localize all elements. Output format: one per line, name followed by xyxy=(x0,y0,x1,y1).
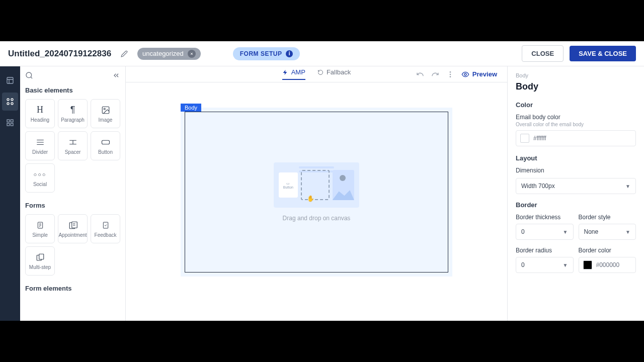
color-value: #ffffff xyxy=(533,135,546,142)
svg-rect-6 xyxy=(11,120,13,122)
svg-point-1 xyxy=(7,99,9,101)
elements-panel: Basic elements H Heading ¶ Paragraph Ima… xyxy=(20,66,126,321)
svg-rect-7 xyxy=(7,123,10,126)
rail-elements-button[interactable] xyxy=(2,93,18,111)
svg-point-20 xyxy=(450,73,451,75)
svg-point-4 xyxy=(11,103,13,105)
canvas-body[interactable]: ▭Button Drag and drop on canvas xyxy=(185,112,448,273)
rail-blocks-button[interactable] xyxy=(2,114,18,132)
tag-label: uncategorized xyxy=(142,50,184,57)
border-style-label: Border style xyxy=(579,214,636,221)
pencil-icon xyxy=(121,50,128,57)
element-paragraph[interactable]: ¶ Paragraph xyxy=(58,99,88,128)
border-color-label: Border color xyxy=(579,247,636,254)
fallback-icon xyxy=(317,69,324,75)
svg-point-2 xyxy=(11,99,13,101)
element-image[interactable]: Image xyxy=(91,99,120,128)
element-divider[interactable]: Divider xyxy=(25,131,55,160)
properties-title: Body xyxy=(516,81,636,92)
svg-point-11 xyxy=(104,108,105,110)
chevron-down-icon: ▼ xyxy=(625,229,630,235)
element-social[interactable]: ○○○ Social xyxy=(25,163,55,193)
save-close-button[interactable]: SAVE & CLOSE xyxy=(570,46,636,61)
canvas-toolbar: AMP Fallback xyxy=(126,66,507,82)
search-icon xyxy=(25,71,33,79)
forms-heading: Forms xyxy=(25,202,120,209)
amp-icon xyxy=(282,69,288,75)
width-select[interactable]: Width 700px ▼ xyxy=(516,178,636,194)
button-icon xyxy=(101,137,110,147)
border-color-value: #000000 xyxy=(596,261,620,268)
border-radius-select[interactable]: 0 ▼ xyxy=(516,257,574,273)
info-icon: i xyxy=(286,50,293,57)
tag-remove-button[interactable] xyxy=(188,50,196,58)
edit-title-button[interactable] xyxy=(117,47,131,61)
form-appointment[interactable]: Appointment xyxy=(58,214,88,243)
border-radius-label: Border radius xyxy=(516,247,574,254)
tab-fallback[interactable]: Fallback xyxy=(317,68,351,80)
eye-icon xyxy=(461,70,469,78)
email-body-color-hint: Overall color of the email body xyxy=(516,122,636,127)
chevron-double-left-icon xyxy=(112,71,120,79)
canvas-scroll[interactable]: Body ▭Button Drag and drop on canvas xyxy=(126,82,507,321)
svg-point-3 xyxy=(7,103,9,105)
body-selection-tag[interactable]: Body xyxy=(181,104,201,112)
form-setup-label: FORM SETUP xyxy=(240,50,282,57)
breadcrumb[interactable]: Body xyxy=(516,72,636,78)
app-shell: Untitled_20240719122836 uncategorized FO… xyxy=(0,41,644,321)
close-button[interactable]: CLOSE xyxy=(522,45,564,62)
border-style-select[interactable]: None ▼ xyxy=(579,224,636,240)
document-title: Untitled_20240719122836 xyxy=(8,49,111,59)
more-vertical-icon xyxy=(446,70,454,78)
form-simple-icon xyxy=(36,220,44,230)
element-heading[interactable]: H Heading xyxy=(25,99,55,128)
dimension-label: Dimension xyxy=(516,167,636,174)
svg-rect-18 xyxy=(39,254,43,259)
border-thickness-label: Border thickness xyxy=(516,214,574,221)
form-feedback-icon xyxy=(102,220,110,230)
more-button[interactable] xyxy=(446,70,454,78)
form-feedback[interactable]: Feedback xyxy=(91,214,120,243)
layout-section-heading: Layout xyxy=(516,154,636,162)
redo-button[interactable] xyxy=(431,70,439,78)
element-spacer[interactable]: Spacer xyxy=(58,131,88,160)
preview-button[interactable]: Preview xyxy=(461,70,497,78)
drop-illustration: ▭Button xyxy=(274,162,359,208)
border-color-input[interactable]: #000000 xyxy=(579,257,636,273)
svg-point-19 xyxy=(450,71,451,73)
color-swatch[interactable] xyxy=(520,134,529,143)
form-elements-heading: Form elements xyxy=(25,285,120,292)
search-button[interactable] xyxy=(25,71,33,79)
element-button[interactable]: Button xyxy=(91,131,120,160)
collapse-panel-button[interactable] xyxy=(112,71,120,79)
layout-icon xyxy=(6,76,14,84)
rail-layout-button[interactable] xyxy=(2,71,18,89)
email-body-color-label: Email body color xyxy=(516,114,636,121)
divider-icon xyxy=(36,137,45,147)
chevron-down-icon: ▼ xyxy=(563,262,568,268)
tab-amp[interactable]: AMP xyxy=(282,68,305,80)
form-multistep[interactable]: Multi-step xyxy=(25,246,55,276)
undo-button[interactable] xyxy=(416,70,424,78)
color-section-heading: Color xyxy=(516,101,636,109)
basic-elements-grid: H Heading ¶ Paragraph Image Divider xyxy=(25,99,120,193)
border-color-swatch[interactable] xyxy=(583,260,592,269)
border-section-heading: Border xyxy=(516,201,636,209)
email-body-color-input[interactable]: #ffffff xyxy=(516,130,636,146)
spacer-icon xyxy=(68,137,77,147)
social-icon: ○○○ xyxy=(34,169,47,179)
width-value: Width 700px xyxy=(521,183,555,190)
category-tag[interactable]: uncategorized xyxy=(137,48,201,60)
border-radius-value: 0 xyxy=(521,261,525,268)
redo-icon xyxy=(431,70,439,78)
border-thickness-select[interactable]: 0 ▼ xyxy=(516,224,574,240)
header-bar: Untitled_20240719122836 uncategorized FO… xyxy=(0,41,644,66)
svg-point-21 xyxy=(450,76,451,77)
svg-point-9 xyxy=(26,72,32,78)
forms-grid: Simple Appointment Feedback Multi-step xyxy=(25,214,120,276)
border-thickness-value: 0 xyxy=(521,228,525,235)
form-setup-button[interactable]: FORM SETUP i xyxy=(233,47,300,60)
form-simple[interactable]: Simple xyxy=(25,214,55,243)
basic-elements-heading: Basic elements xyxy=(25,86,120,94)
chevron-down-icon: ▼ xyxy=(625,184,630,189)
